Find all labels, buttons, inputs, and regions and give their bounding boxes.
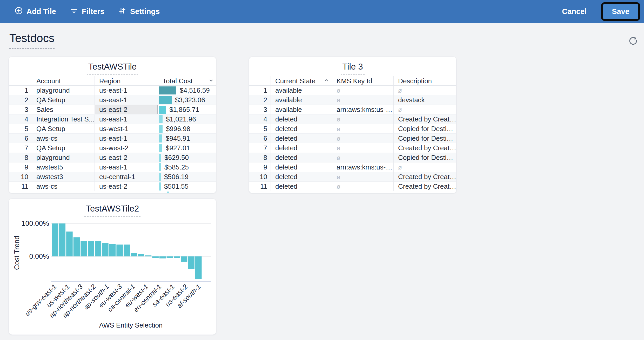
kms-key-id-cell[interactable]: arn:aws:kms:us-e... [332,105,393,114]
description-cell[interactable]: Created by Create... [393,182,457,191]
column-header-total-cost[interactable]: Total Cost [158,76,216,86]
column-header-region[interactable]: Region [95,76,158,86]
region-cell[interactable]: us-east-1 [95,162,158,172]
account-cell[interactable]: QA Setup [32,124,95,134]
account-cell[interactable]: playground [32,153,95,162]
current-state-cell[interactable]: deleted [271,162,332,172]
total-cost-cell[interactable]: $501.55 [158,182,216,191]
kms-key-id-cell[interactable]: ø [332,114,393,124]
total-cost-cell[interactable]: $1,021.96 [158,114,216,124]
column-header-description[interactable]: Description [393,76,457,86]
cost-value: $996.98 [166,124,190,134]
description-cell[interactable]: Created by Create... [393,172,457,182]
column-header-kms-key-id[interactable]: KMS Key Id [332,76,393,86]
region-cell[interactable]: us-east-1 [95,95,158,105]
kms-key-id-cell[interactable]: ø [332,86,393,95]
total-cost-cell[interactable]: $945.91 [158,134,216,143]
current-state-cell[interactable]: deleted [271,124,332,134]
toolbar-right-group: Cancel Save [558,2,640,21]
region-cell[interactable]: us-west-2 [95,143,158,153]
row-number: 1 [249,86,271,95]
description-cell[interactable]: ø [393,105,457,114]
column-header-account[interactable]: Account [32,76,95,86]
account-cell[interactable]: aws-cs [32,134,95,143]
current-state-cell[interactable]: deleted [271,134,332,143]
total-cost-cell[interactable]: $506.19 [158,172,216,182]
kms-key-id-cell[interactable]: arn:aws:kms:us-w... [332,162,393,172]
kms-key-id-cell[interactable]: ø [332,143,393,153]
account-cell[interactable]: Integration Test S... [32,114,95,124]
row-number: 10 [249,172,271,182]
filters-button[interactable]: Filters [70,6,104,17]
total-cost-cell[interactable]: $996.98 [158,124,216,134]
row-number: 5 [9,124,32,134]
description-cell[interactable]: Created by Create... [393,114,457,124]
column-header-current-state[interactable]: Current State [271,76,332,86]
filters-label: Filters [82,7,104,16]
account-cell[interactable]: awstest3 [32,172,95,182]
region-cell[interactable]: eu-central-1 [95,172,158,182]
region-cell[interactable]: us-east-1 [95,114,158,124]
refresh-button[interactable] [628,35,638,46]
kms-key-id-cell[interactable]: ø [332,134,393,143]
row-number: 11 [9,182,32,191]
description-cell[interactable]: Copied for Destina... [393,153,457,162]
description-cell[interactable]: ø [393,162,457,172]
region-cell[interactable]: us-east-1 [95,86,158,95]
bar [81,241,87,256]
account-cell[interactable]: QA Setup [32,95,95,105]
total-cost-cell[interactable]: $3,323.06 [158,95,216,105]
kms-key-id-cell[interactable]: ø [332,95,393,105]
current-state-cell[interactable]: available [271,86,332,95]
page-title[interactable]: Testdocs [9,32,55,49]
tile3-title[interactable]: TestAWSTile2 [84,204,141,217]
region-cell-selected[interactable]: us-east-2 [95,105,158,114]
description-cell[interactable]: Copied for Destina... [393,134,457,143]
region-cell[interactable]: us-east-1 [95,134,158,143]
total-cost-cell[interactable]: $927.01 [158,143,216,153]
kms-key-id-cell[interactable]: ø [332,153,393,162]
tile1-title[interactable]: TestAWSTile [87,62,138,75]
description-cell[interactable]: Created by Create... [393,143,457,153]
tile2-title[interactable]: Tile 3 [341,62,364,75]
tile-title-wrap: TestAWSTile [9,57,216,76]
current-state-cell[interactable]: deleted [271,143,332,153]
region-cell[interactable]: us-west-1 [95,124,158,134]
bar [73,237,80,256]
current-state-cell[interactable]: deleted [271,172,332,182]
total-cost-cell[interactable]: $1,865.71 [158,105,216,114]
account-cell[interactable]: aws-cs [32,182,95,191]
current-state-cell[interactable]: deleted [271,153,332,162]
row-number: 6 [9,134,32,143]
kms-key-id-cell[interactable]: ø [332,172,393,182]
chevron-up-icon [324,76,329,86]
tile-testawstile2: TestAWSTile2 100.00%0.00%Cost Trendus-go… [9,199,216,335]
sliders-icon [118,6,127,17]
current-state-cell[interactable]: deleted [271,182,332,191]
description-cell[interactable]: Copied for Destina... [393,124,457,134]
account-cell[interactable]: QA Setup [32,143,95,153]
region-cell[interactable]: us-east-2 [95,153,158,162]
region-cell[interactable]: us-east-2 [95,182,158,191]
account-cell[interactable]: Sales [32,105,95,114]
add-circle-icon [14,6,23,17]
account-cell[interactable]: playground [32,86,95,95]
account-cell[interactable]: awstest5 [32,162,95,172]
bar [181,256,187,262]
add-tile-button[interactable]: Add Tile [14,6,56,17]
current-state-cell[interactable]: deleted [271,114,332,124]
total-cost-cell[interactable]: $585.25 [158,162,216,172]
kms-key-id-cell[interactable]: ø [332,124,393,134]
total-cost-cell[interactable]: $4,516.59 [158,86,216,95]
current-state-cell[interactable]: available [271,95,332,105]
description-cell[interactable]: ø [393,86,457,95]
cancel-button[interactable]: Cancel [558,5,591,18]
tile-testawstile: TestAWSTile Account Region Total Cost 1p… [9,57,216,193]
kms-key-id-cell[interactable]: ø [332,182,393,191]
cost-value: $629.50 [164,153,189,162]
description-cell[interactable]: devstack [393,95,457,105]
total-cost-cell[interactable]: $629.50 [158,153,216,162]
current-state-cell[interactable]: available [271,105,332,114]
save-button[interactable]: Save [603,4,638,19]
settings-button[interactable]: Settings [118,6,160,17]
